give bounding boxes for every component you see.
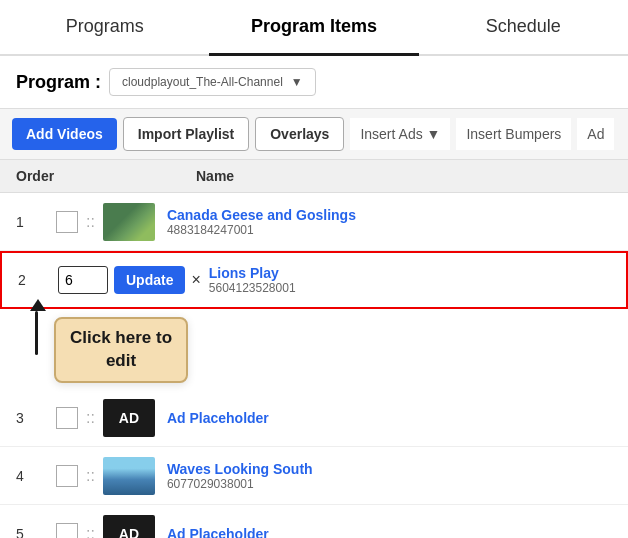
table-row: 1 :: Canada Geese and Goslings 488318424… [0,193,628,251]
tooltip-text: Click here toedit [70,328,172,370]
col-name-header: Name [196,168,612,184]
item-name: Lions Play [209,265,610,281]
item-id: 5604123528001 [209,281,610,295]
toolbar: Add Videos Import Playlist Overlays Inse… [0,108,628,160]
drag-handle-icon[interactable]: :: [86,213,95,231]
thumbnail [103,457,155,495]
overlays-button[interactable]: Overlays [255,117,344,151]
order-number[interactable]: 3 [16,410,56,426]
program-row: Program : cloudplayout_The-All-Channel ▼ [0,56,628,108]
table-row: 5 :: AD Ad Placeholder [0,505,628,538]
order-number[interactable]: 2 [18,272,58,288]
tab-program-items[interactable]: Program Items [209,0,418,56]
ad-thumbnail: AD [103,515,155,539]
row-checkbox[interactable] [56,211,78,233]
import-playlist-button[interactable]: Import Playlist [123,117,249,151]
item-info: Lions Play 5604123528001 [201,265,610,295]
row-checkbox[interactable] [56,465,78,487]
order-number[interactable]: 1 [16,214,56,230]
col-order-header: Order [16,168,76,184]
item-name: Ad Placeholder [167,526,269,539]
table-row-editing: 2 Update × Lions Play 5604123528001 Clic… [0,251,628,309]
close-edit-button[interactable]: × [191,271,200,289]
tabs-bar: Programs Program Items Schedule [0,0,628,56]
program-select[interactable]: cloudplayout_The-All-Channel ▼ [109,68,316,96]
ad-extra-button[interactable]: Ad [577,118,614,150]
order-number[interactable]: 4 [16,468,56,484]
insert-ads-button[interactable]: Insert Ads ▼ [350,118,450,150]
arrow-head-icon [30,299,46,311]
item-name: Canada Geese and Goslings [167,207,356,223]
item-info: Waves Looking South 6077029038001 [167,461,313,491]
table-header: Order Name [0,160,628,193]
order-edit-input[interactable] [58,266,108,294]
insert-bumpers-button[interactable]: Insert Bumpers [456,118,571,150]
update-button[interactable]: Update [114,266,185,294]
thumbnail [103,203,155,241]
edit-order-inline: Update × [58,266,201,294]
item-info: Canada Geese and Goslings 4883184247001 [167,207,356,237]
drag-handle-icon[interactable]: :: [86,467,95,485]
table-row: 4 :: Waves Looking South 6077029038001 [0,447,628,505]
drag-handle-icon[interactable]: :: [86,525,95,539]
tooltip-box: Click here toedit [54,317,188,383]
item-id: 4883184247001 [167,223,356,237]
tab-programs[interactable]: Programs [0,0,209,56]
program-label: Program : [16,72,101,93]
item-name: Ad Placeholder [167,410,269,426]
tab-schedule[interactable]: Schedule [419,0,628,56]
add-videos-button[interactable]: Add Videos [12,118,117,150]
table-row: 3 :: AD Ad Placeholder [0,389,628,447]
drag-handle-icon[interactable]: :: [86,409,95,427]
row-checkbox[interactable] [56,407,78,429]
item-id: 6077029038001 [167,477,313,491]
ad-thumbnail: AD [103,399,155,437]
chevron-down-icon: ▼ [291,75,303,89]
arrow-line [35,311,38,355]
chevron-down-icon: ▼ [427,126,441,142]
row-checkbox[interactable] [56,523,78,539]
item-name: Waves Looking South [167,461,313,477]
program-select-value: cloudplayout_The-All-Channel [122,75,283,89]
order-number[interactable]: 5 [16,526,56,539]
